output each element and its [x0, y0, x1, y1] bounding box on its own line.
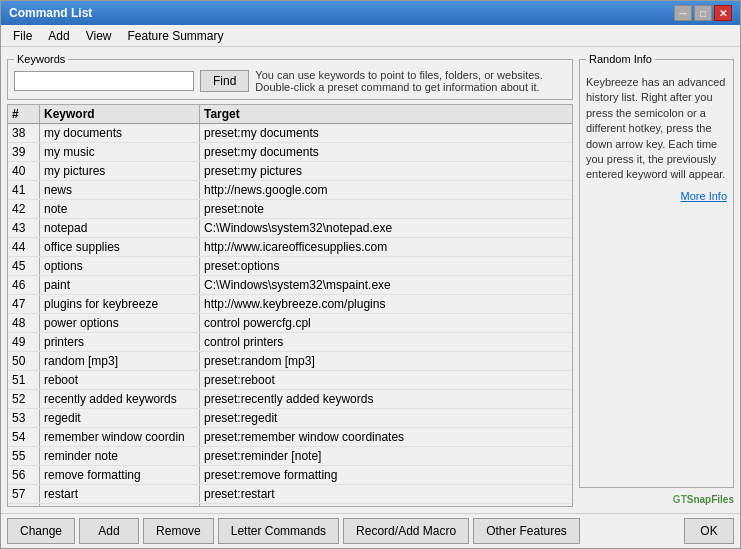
table-row[interactable]: 49 printers control printers	[8, 333, 572, 352]
table-row[interactable]: 57 restart preset:restart	[8, 485, 572, 504]
title-bar-controls: ─ □ ✕	[674, 5, 732, 21]
row-target: preset:my documents	[200, 124, 572, 142]
letter-commands-button[interactable]: Letter Commands	[218, 518, 339, 544]
snapfiles-gt: GT	[673, 494, 687, 505]
minimize-button[interactable]: ─	[674, 5, 692, 21]
row-target: preset:my documents	[200, 143, 572, 161]
bottom-left-buttons: Change Add Remove Letter Commands Record…	[7, 518, 580, 544]
row-num: 58	[8, 504, 40, 506]
row-keyword: reboot	[40, 371, 200, 389]
more-info-container: More Info	[586, 189, 727, 203]
row-num: 46	[8, 276, 40, 294]
row-keyword: random [mp3]	[40, 352, 200, 370]
row-target: preset:restart	[200, 485, 572, 503]
menu-view[interactable]: View	[78, 27, 120, 44]
row-num: 51	[8, 371, 40, 389]
row-num: 38	[8, 124, 40, 142]
row-target: C:\Windows\system32\mspaint.exe	[200, 276, 572, 294]
row-target: preset:random [mp3]	[200, 352, 572, 370]
table-row[interactable]: 44 office supplies http://www.icareoffic…	[8, 238, 572, 257]
table-row[interactable]: 58 restore window [function] preset:rest…	[8, 504, 572, 506]
row-keyword: my music	[40, 143, 200, 161]
row-num: 41	[8, 181, 40, 199]
table-row[interactable]: 42 note preset:note	[8, 200, 572, 219]
row-keyword: office supplies	[40, 238, 200, 256]
row-num: 42	[8, 200, 40, 218]
row-keyword: printers	[40, 333, 200, 351]
menu-file[interactable]: File	[5, 27, 40, 44]
content-area: Keywords Find You can use keywords to po…	[1, 47, 740, 513]
table-container: # Keyword Target 38 my documents preset:…	[7, 104, 573, 507]
row-keyword: my pictures	[40, 162, 200, 180]
keywords-row: Find You can use keywords to point to fi…	[14, 69, 566, 93]
row-keyword: power options	[40, 314, 200, 332]
row-num: 56	[8, 466, 40, 484]
find-button[interactable]: Find	[200, 70, 249, 92]
maximize-button[interactable]: □	[694, 5, 712, 21]
menu-feature-summary[interactable]: Feature Summary	[120, 27, 232, 44]
table-row[interactable]: 56 remove formatting preset:remove forma…	[8, 466, 572, 485]
row-target: C:\Windows\system32\notepad.exe	[200, 219, 572, 237]
row-keyword: restart	[40, 485, 200, 503]
row-num: 45	[8, 257, 40, 275]
row-num: 40	[8, 162, 40, 180]
title-bar: Command List ─ □ ✕	[1, 1, 740, 25]
table-row[interactable]: 50 random [mp3] preset:random [mp3]	[8, 352, 572, 371]
table-row[interactable]: 47 plugins for keybreeze http://www.keyb…	[8, 295, 572, 314]
table-row[interactable]: 39 my music preset:my documents	[8, 143, 572, 162]
table-scroll[interactable]: 38 my documents preset:my documents 39 m…	[8, 124, 572, 506]
other-features-button[interactable]: Other Features	[473, 518, 580, 544]
row-num: 55	[8, 447, 40, 465]
keywords-hint: You can use keywords to point to files, …	[255, 69, 566, 93]
menu-add[interactable]: Add	[40, 27, 77, 44]
row-target: http://news.google.com	[200, 181, 572, 199]
close-button[interactable]: ✕	[714, 5, 732, 21]
row-keyword: note	[40, 200, 200, 218]
table-row[interactable]: 46 paint C:\Windows\system32\mspaint.exe	[8, 276, 572, 295]
row-target: preset:options	[200, 257, 572, 275]
add-button[interactable]: Add	[79, 518, 139, 544]
table-row[interactable]: 54 remember window coordin preset:rememb…	[8, 428, 572, 447]
col-header-target: Target	[200, 105, 572, 123]
table-row[interactable]: 52 recently added keywords preset:recent…	[8, 390, 572, 409]
row-num: 49	[8, 333, 40, 351]
row-num: 53	[8, 409, 40, 427]
table-row[interactable]: 38 my documents preset:my documents	[8, 124, 572, 143]
row-keyword: news	[40, 181, 200, 199]
row-target: preset:remove formatting	[200, 466, 572, 484]
ok-button[interactable]: OK	[684, 518, 734, 544]
keywords-input[interactable]	[14, 71, 194, 91]
main-window: Command List ─ □ ✕ File Add View Feature…	[0, 0, 741, 549]
table-row[interactable]: 53 regedit preset:regedit	[8, 409, 572, 428]
table-row[interactable]: 43 notepad C:\Windows\system32\notepad.e…	[8, 219, 572, 238]
remove-button[interactable]: Remove	[143, 518, 214, 544]
row-target: preset:restore window [function]	[200, 504, 572, 506]
row-keyword: plugins for keybreeze	[40, 295, 200, 313]
table-row[interactable]: 48 power options control powercfg.cpl	[8, 314, 572, 333]
row-keyword: restore window [function]	[40, 504, 200, 506]
row-num: 47	[8, 295, 40, 313]
right-panel: Random Info Keybreeze has an advanced hi…	[579, 53, 734, 507]
table-row[interactable]: 40 my pictures preset:my pictures	[8, 162, 572, 181]
snapfiles-logo: GTSnapFiles	[579, 492, 734, 507]
table-row[interactable]: 55 reminder note preset:reminder [note]	[8, 447, 572, 466]
more-info-link[interactable]: More Info	[681, 190, 727, 202]
row-target: preset:note	[200, 200, 572, 218]
change-button[interactable]: Change	[7, 518, 75, 544]
row-num: 39	[8, 143, 40, 161]
bottom-bar: Change Add Remove Letter Commands Record…	[1, 513, 740, 548]
row-num: 52	[8, 390, 40, 408]
random-info-legend: Random Info	[586, 53, 655, 65]
col-header-keyword: Keyword	[40, 105, 200, 123]
row-num: 48	[8, 314, 40, 332]
snapfiles-name: SnapFiles	[687, 494, 734, 505]
table-row[interactable]: 41 news http://news.google.com	[8, 181, 572, 200]
col-header-num: #	[8, 105, 40, 123]
row-keyword: remember window coordin	[40, 428, 200, 446]
table-row[interactable]: 45 options preset:options	[8, 257, 572, 276]
row-num: 54	[8, 428, 40, 446]
table-row[interactable]: 51 reboot preset:reboot	[8, 371, 572, 390]
record-add-macro-button[interactable]: Record/Add Macro	[343, 518, 469, 544]
window-title: Command List	[9, 6, 92, 20]
row-keyword: remove formatting	[40, 466, 200, 484]
